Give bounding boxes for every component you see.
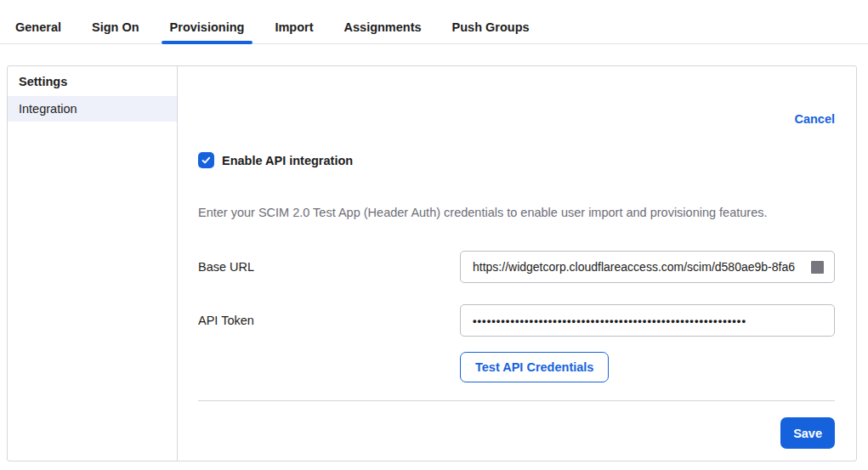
tab-provisioning[interactable]: Provisioning [162,0,253,43]
test-api-credentials-button[interactable]: Test API Credentials [460,352,609,382]
cancel-row: Cancel [198,112,835,126]
base-url-label: Base URL [198,260,460,274]
api-token-row: API Token [198,304,835,337]
test-credentials-row: Test API Credentials [198,352,835,382]
provisioning-panel: Settings Integration Cancel Enable API i… [7,65,857,462]
checkmark-icon [201,155,212,166]
api-token-input-wrap [460,304,835,337]
save-button[interactable]: Save [780,417,835,449]
base-url-input[interactable] [460,251,835,283]
app-tab-bar: General Sign On Provisioning Import Assi… [0,0,868,44]
enable-api-integration-row: Enable API integration [198,152,835,168]
settings-sidebar: Settings Integration [8,66,178,461]
tab-assignments[interactable]: Assignments [336,0,430,43]
api-token-label: API Token [198,314,460,327]
footer-divider [198,400,835,401]
cancel-button[interactable]: Cancel [794,112,835,126]
enable-api-integration-label: Enable API integration [222,154,353,167]
base-url-input-wrap [460,251,835,283]
enable-api-integration-checkbox[interactable] [198,152,214,168]
integration-settings-form: Cancel Enable API integration Enter your… [178,66,856,461]
api-token-input[interactable] [460,304,835,337]
credentials-description: Enter your SCIM 2.0 Test App (Header Aut… [198,206,835,219]
sidebar-item-integration[interactable]: Integration [8,96,177,122]
tab-push-groups[interactable]: Push Groups [444,0,538,43]
tab-import[interactable]: Import [266,0,321,43]
tab-general[interactable]: General [7,0,70,43]
save-row: Save [198,417,835,449]
sidebar-header-settings: Settings [8,66,177,96]
tab-sign-on[interactable]: Sign On [83,0,148,43]
text-selection-artifact [811,261,824,274]
base-url-row: Base URL [198,251,835,283]
